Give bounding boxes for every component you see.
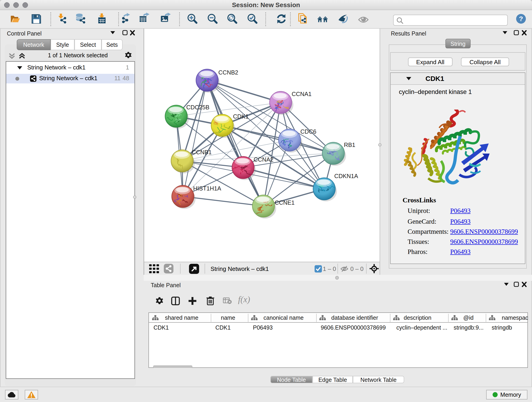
svg-text:CCNB2: CCNB2 [218,69,238,76]
svg-text:CCNA2: CCNA2 [254,156,273,163]
svg-text:CDC6: CDC6 [300,128,317,135]
svg-text:RB1: RB1 [344,142,355,148]
svg-text:CDK1: CDK1 [233,113,249,120]
svg-text:CCNE1: CCNE1 [275,199,295,206]
svg-text:?: ? [519,15,523,22]
svg-text:CDKN1A: CDKN1A [334,173,358,179]
svg-text:CDC25B: CDC25B [186,104,209,110]
svg-text:HIST1H1A: HIST1H1A [193,185,221,191]
svg-text:CCNA1: CCNA1 [292,91,312,97]
svg-text:CCNB1: CCNB1 [192,149,212,155]
